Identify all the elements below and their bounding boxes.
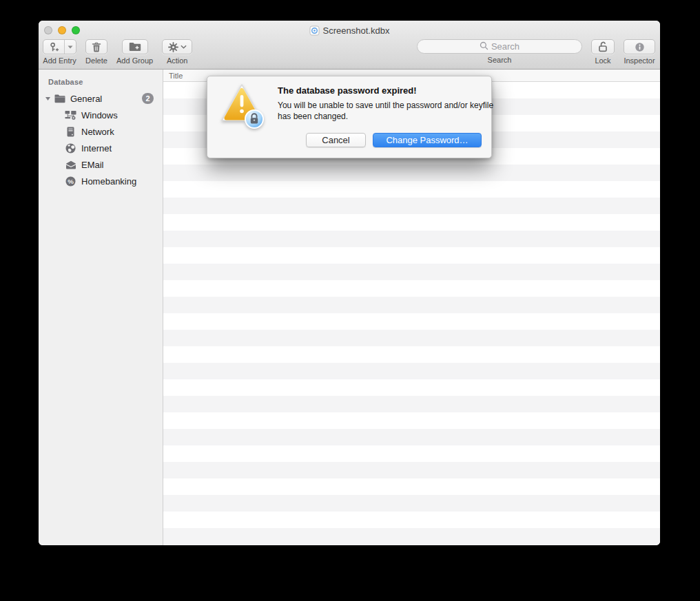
column-header-label: Title <box>169 72 183 80</box>
entry-list-row <box>163 478 660 495</box>
toolbar-item-action: Action <box>162 39 192 65</box>
sidebar-item-label: Windows <box>81 110 118 120</box>
entry-list-row <box>163 330 660 346</box>
toolbar-item-add-entry: Add Entry <box>43 39 76 65</box>
entry-list-row <box>163 198 660 214</box>
entry-list-row <box>163 412 660 429</box>
sidebar-item-label: Network <box>81 127 114 137</box>
folder-plus-icon <box>129 42 141 52</box>
sidebar-item-network[interactable]: Network <box>39 123 163 140</box>
entry-list-row <box>163 297 660 313</box>
padlock-open-icon <box>597 41 608 52</box>
toolbar: Screenshot.kdbx Add Entry Delete <box>39 21 660 70</box>
entry-list-row <box>163 462 660 478</box>
sidebar-item-label: Homebanking <box>81 176 136 187</box>
svg-text:%: % <box>68 177 74 184</box>
sidebar-item-internet[interactable]: Internet <box>39 140 163 156</box>
add-group-label: Add Group <box>116 56 153 65</box>
lock-button[interactable] <box>591 39 615 54</box>
entry-list-row <box>163 346 660 363</box>
add-group-button[interactable] <box>122 39 148 54</box>
sidebar-item-label: EMail <box>81 160 104 170</box>
sidebar-item-general[interactable]: General 2 <box>39 90 163 107</box>
server-icon <box>65 126 76 137</box>
gear-icon <box>168 42 178 52</box>
workgroup-icon <box>65 109 76 120</box>
entry-list-row <box>163 165 660 181</box>
delete-label: Delete <box>85 56 107 65</box>
window-title-bar: Screenshot.kdbx <box>39 25 660 36</box>
search-placeholder: Search <box>491 41 519 52</box>
add-entry-dropdown-icon[interactable] <box>65 40 76 54</box>
action-label: Action <box>167 56 188 65</box>
entry-list-row <box>163 313 660 330</box>
search-icon <box>480 41 488 53</box>
entry-list-row <box>163 363 660 379</box>
entry-list-row <box>163 445 660 462</box>
delete-button[interactable] <box>85 39 107 54</box>
entry-list-row <box>163 181 660 198</box>
info-circle-icon <box>635 42 645 52</box>
globe-icon <box>65 143 76 154</box>
entry-list-row <box>163 429 660 445</box>
entry-list-row <box>163 495 660 512</box>
sidebar: Database General 2 WindowsNetworkInterne… <box>39 70 163 545</box>
window-title: Screenshot.kdbx <box>323 25 390 36</box>
key-plus-icon[interactable] <box>43 40 65 54</box>
disclosure-triangle-icon[interactable] <box>43 96 52 101</box>
inspector-label: Inspector <box>624 56 655 65</box>
sidebar-item-windows[interactable]: Windows <box>39 107 163 123</box>
entry-list-row <box>163 512 660 528</box>
dialog-message: You will be unable to save until the pas… <box>278 100 497 122</box>
trash-icon <box>92 42 101 52</box>
entry-list-row <box>163 396 660 412</box>
sidebar-item-label: General <box>70 94 102 104</box>
sidebar-group-list: WindowsNetworkInternetEMail%Homebanking <box>39 107 163 189</box>
folder-icon <box>54 93 65 104</box>
toolbar-item-lock: Lock <box>591 39 615 65</box>
app-window: Screenshot.kdbx Add Entry Delete <box>39 21 660 545</box>
action-button[interactable] <box>162 39 192 54</box>
toolbar-item-search: Search Search <box>417 39 582 64</box>
password-expired-dialog: The database password expired! You will … <box>207 76 492 158</box>
entry-list-row <box>163 214 660 231</box>
cancel-button[interactable]: Cancel <box>306 133 366 147</box>
sidebar-section-header: Database <box>39 75 163 90</box>
search-input[interactable]: Search <box>417 39 582 54</box>
search-label: Search <box>488 56 512 64</box>
sidebar-item-email[interactable]: EMail <box>39 156 163 173</box>
percent-icon: % <box>65 176 76 187</box>
lock-label: Lock <box>595 56 610 65</box>
document-lock-icon <box>309 25 320 36</box>
chevron-down-icon <box>181 45 187 49</box>
entry-list-row <box>163 379 660 396</box>
entry-list-row <box>163 247 660 264</box>
entry-list-row <box>163 545 660 545</box>
dialog-title: The database password expired! <box>278 85 417 96</box>
entry-list-row <box>163 264 660 280</box>
entry-list-row <box>163 528 660 545</box>
toolbar-item-add-group: Add Group <box>116 39 153 65</box>
entry-list-row <box>163 231 660 247</box>
caution-lock-icon <box>220 82 274 131</box>
entry-list-row <box>163 280 660 297</box>
add-entry-button[interactable] <box>43 39 76 54</box>
toolbar-item-delete: Delete <box>85 39 107 65</box>
entry-count-badge: 2 <box>142 93 154 104</box>
add-entry-label: Add Entry <box>43 56 76 65</box>
toolbar-item-inspector: Inspector <box>624 39 655 65</box>
inspector-button[interactable] <box>624 39 655 54</box>
sidebar-item-homebanking[interactable]: %Homebanking <box>39 173 163 189</box>
change-password-button[interactable]: Change Password… <box>373 133 482 147</box>
envelope-icon <box>65 159 76 170</box>
sidebar-item-label: Internet <box>81 143 112 154</box>
